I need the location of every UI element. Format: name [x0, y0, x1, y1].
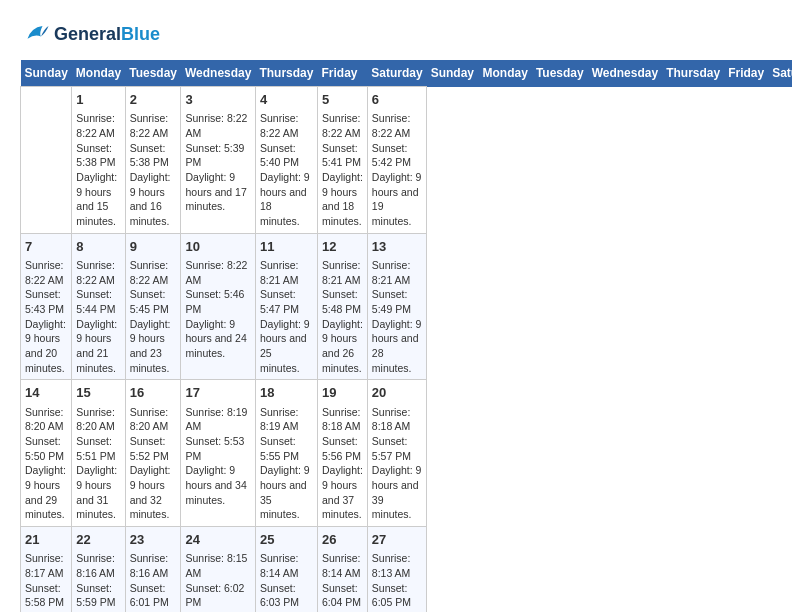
header-cell-friday: Friday [317, 60, 367, 87]
day-cell: 23Sunrise: 8:16 AMSunset: 6:01 PMDayligh… [125, 527, 181, 612]
header-monday: Monday [479, 60, 532, 87]
header-cell-saturday: Saturday [367, 60, 426, 87]
day-number: 16 [130, 384, 177, 402]
day-cell: 17Sunrise: 8:19 AMSunset: 5:53 PMDayligh… [181, 380, 255, 527]
week-row-3: 14Sunrise: 8:20 AMSunset: 5:50 PMDayligh… [21, 380, 793, 527]
day-number: 11 [260, 238, 313, 256]
header-tuesday: Tuesday [532, 60, 588, 87]
day-number: 14 [25, 384, 67, 402]
header-saturday: Saturday [768, 60, 792, 87]
day-cell: 25Sunrise: 8:14 AMSunset: 6:03 PMDayligh… [255, 527, 317, 612]
day-info: Sunrise: 8:22 AMSunset: 5:42 PMDaylight:… [372, 111, 422, 229]
day-cell [21, 87, 72, 234]
day-cell: 26Sunrise: 8:14 AMSunset: 6:04 PMDayligh… [317, 527, 367, 612]
day-cell: 5Sunrise: 8:22 AMSunset: 5:41 PMDaylight… [317, 87, 367, 234]
day-cell: 12Sunrise: 8:21 AMSunset: 5:48 PMDayligh… [317, 233, 367, 380]
day-cell: 19Sunrise: 8:18 AMSunset: 5:56 PMDayligh… [317, 380, 367, 527]
header-cell-sunday: Sunday [21, 60, 72, 87]
day-number: 8 [76, 238, 120, 256]
day-number: 7 [25, 238, 67, 256]
header-friday: Friday [724, 60, 768, 87]
day-cell: 20Sunrise: 8:18 AMSunset: 5:57 PMDayligh… [367, 380, 426, 527]
day-cell: 9Sunrise: 8:22 AMSunset: 5:45 PMDaylight… [125, 233, 181, 380]
day-cell: 1Sunrise: 8:22 AMSunset: 5:38 PMDaylight… [72, 87, 125, 234]
day-info: Sunrise: 8:20 AMSunset: 5:50 PMDaylight:… [25, 405, 67, 523]
day-info: Sunrise: 8:22 AMSunset: 5:41 PMDaylight:… [322, 111, 363, 229]
day-info: Sunrise: 8:13 AMSunset: 6:05 PMDaylight:… [372, 551, 422, 612]
day-cell: 10Sunrise: 8:22 AMSunset: 5:46 PMDayligh… [181, 233, 255, 380]
day-number: 24 [185, 531, 250, 549]
logo-icon [20, 20, 50, 50]
day-info: Sunrise: 8:22 AMSunset: 5:45 PMDaylight:… [130, 258, 177, 376]
day-number: 5 [322, 91, 363, 109]
week-row-4: 21Sunrise: 8:17 AMSunset: 5:58 PMDayligh… [21, 527, 793, 612]
day-info: Sunrise: 8:21 AMSunset: 5:49 PMDaylight:… [372, 258, 422, 376]
day-cell: 2Sunrise: 8:22 AMSunset: 5:38 PMDaylight… [125, 87, 181, 234]
header-thursday: Thursday [662, 60, 724, 87]
day-cell: 18Sunrise: 8:19 AMSunset: 5:55 PMDayligh… [255, 380, 317, 527]
day-info: Sunrise: 8:22 AMSunset: 5:46 PMDaylight:… [185, 258, 250, 361]
day-info: Sunrise: 8:22 AMSunset: 5:38 PMDaylight:… [76, 111, 120, 229]
day-info: Sunrise: 8:21 AMSunset: 5:47 PMDaylight:… [260, 258, 313, 376]
day-info: Sunrise: 8:21 AMSunset: 5:48 PMDaylight:… [322, 258, 363, 376]
day-number: 4 [260, 91, 313, 109]
day-number: 23 [130, 531, 177, 549]
day-cell: 21Sunrise: 8:17 AMSunset: 5:58 PMDayligh… [21, 527, 72, 612]
page-header: GeneralBlue [20, 20, 772, 50]
day-number: 1 [76, 91, 120, 109]
day-number: 12 [322, 238, 363, 256]
day-number: 13 [372, 238, 422, 256]
day-info: Sunrise: 8:19 AMSunset: 5:53 PMDaylight:… [185, 405, 250, 508]
day-info: Sunrise: 8:14 AMSunset: 6:03 PMDaylight:… [260, 551, 313, 612]
header-cell-tuesday: Tuesday [125, 60, 181, 87]
day-number: 2 [130, 91, 177, 109]
week-row-2: 7Sunrise: 8:22 AMSunset: 5:43 PMDaylight… [21, 233, 793, 380]
header-cell-monday: Monday [72, 60, 125, 87]
day-cell: 15Sunrise: 8:20 AMSunset: 5:51 PMDayligh… [72, 380, 125, 527]
day-info: Sunrise: 8:22 AMSunset: 5:38 PMDaylight:… [130, 111, 177, 229]
day-number: 20 [372, 384, 422, 402]
day-info: Sunrise: 8:16 AMSunset: 6:01 PMDaylight:… [130, 551, 177, 612]
day-cell: 16Sunrise: 8:20 AMSunset: 5:52 PMDayligh… [125, 380, 181, 527]
day-number: 19 [322, 384, 363, 402]
day-info: Sunrise: 8:18 AMSunset: 5:56 PMDaylight:… [322, 405, 363, 523]
day-cell: 4Sunrise: 8:22 AMSunset: 5:40 PMDaylight… [255, 87, 317, 234]
logo: GeneralBlue [20, 20, 160, 50]
day-number: 22 [76, 531, 120, 549]
day-cell: 11Sunrise: 8:21 AMSunset: 5:47 PMDayligh… [255, 233, 317, 380]
logo-text: GeneralBlue [54, 25, 160, 45]
calendar-table: SundayMondayTuesdayWednesdayThursdayFrid… [20, 60, 792, 612]
day-cell: 3Sunrise: 8:22 AMSunset: 5:39 PMDaylight… [181, 87, 255, 234]
header-sunday: Sunday [427, 60, 479, 87]
day-number: 18 [260, 384, 313, 402]
day-info: Sunrise: 8:22 AMSunset: 5:40 PMDaylight:… [260, 111, 313, 229]
day-info: Sunrise: 8:14 AMSunset: 6:04 PMDaylight:… [322, 551, 363, 612]
header-row: SundayMondayTuesdayWednesdayThursdayFrid… [21, 60, 793, 87]
day-cell: 7Sunrise: 8:22 AMSunset: 5:43 PMDaylight… [21, 233, 72, 380]
day-cell: 24Sunrise: 8:15 AMSunset: 6:02 PMDayligh… [181, 527, 255, 612]
day-number: 15 [76, 384, 120, 402]
day-info: Sunrise: 8:22 AMSunset: 5:44 PMDaylight:… [76, 258, 120, 376]
day-info: Sunrise: 8:16 AMSunset: 5:59 PMDaylight:… [76, 551, 120, 612]
day-info: Sunrise: 8:15 AMSunset: 6:02 PMDaylight:… [185, 551, 250, 612]
day-number: 3 [185, 91, 250, 109]
day-number: 10 [185, 238, 250, 256]
day-number: 25 [260, 531, 313, 549]
day-number: 21 [25, 531, 67, 549]
day-number: 27 [372, 531, 422, 549]
day-number: 26 [322, 531, 363, 549]
day-info: Sunrise: 8:20 AMSunset: 5:51 PMDaylight:… [76, 405, 120, 523]
week-row-1: 1Sunrise: 8:22 AMSunset: 5:38 PMDaylight… [21, 87, 793, 234]
header-cell-wednesday: Wednesday [181, 60, 255, 87]
day-cell: 14Sunrise: 8:20 AMSunset: 5:50 PMDayligh… [21, 380, 72, 527]
day-number: 6 [372, 91, 422, 109]
day-number: 9 [130, 238, 177, 256]
day-number: 17 [185, 384, 250, 402]
day-cell: 13Sunrise: 8:21 AMSunset: 5:49 PMDayligh… [367, 233, 426, 380]
day-cell: 8Sunrise: 8:22 AMSunset: 5:44 PMDaylight… [72, 233, 125, 380]
day-info: Sunrise: 8:19 AMSunset: 5:55 PMDaylight:… [260, 405, 313, 523]
header-cell-thursday: Thursday [255, 60, 317, 87]
day-info: Sunrise: 8:22 AMSunset: 5:43 PMDaylight:… [25, 258, 67, 376]
day-cell: 27Sunrise: 8:13 AMSunset: 6:05 PMDayligh… [367, 527, 426, 612]
day-info: Sunrise: 8:20 AMSunset: 5:52 PMDaylight:… [130, 405, 177, 523]
